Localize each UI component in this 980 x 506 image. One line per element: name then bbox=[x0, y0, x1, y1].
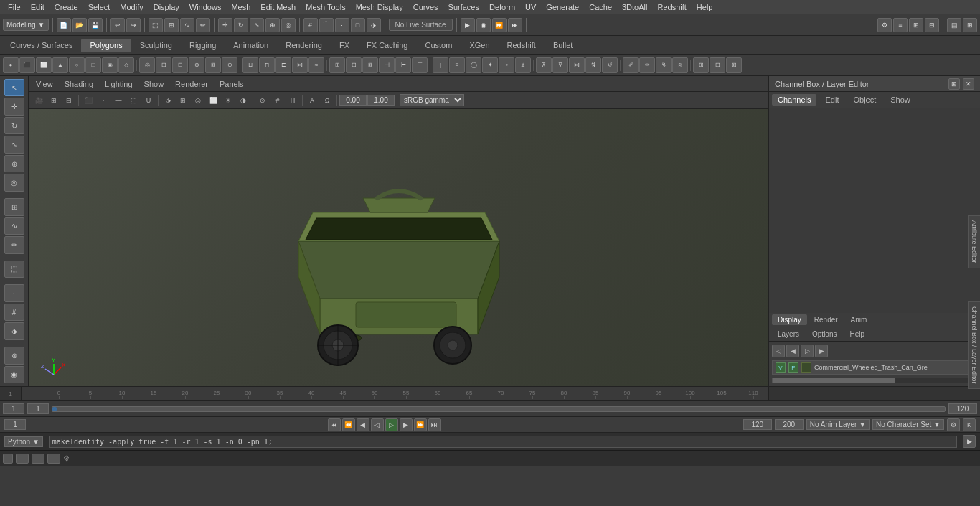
layer-p-btn[interactable]: P bbox=[788, 362, 798, 373]
play-back-btn[interactable]: ◁ bbox=[371, 418, 384, 431]
snap-point-btn[interactable]: · bbox=[4, 284, 24, 301]
win-maximize-btn[interactable] bbox=[32, 454, 44, 464]
window-icon[interactable]: ⊞ bbox=[963, 18, 977, 32]
boolean-icon[interactable]: ⋈ bbox=[292, 57, 308, 73]
separate-icon[interactable]: ⊓ bbox=[259, 57, 275, 73]
menu-surfaces[interactable]: Surfaces bbox=[443, 1, 484, 13]
anim-tab[interactable]: Anim bbox=[845, 314, 873, 325]
win-minimize-btn[interactable] bbox=[16, 454, 29, 464]
torus-icon[interactable]: ○ bbox=[69, 57, 85, 73]
flip-icon[interactable]: ⇅ bbox=[585, 57, 601, 73]
next-frame-btn[interactable]: ▶ bbox=[400, 418, 413, 431]
smooth-mesh-icon[interactable]: ≋ bbox=[672, 57, 688, 73]
python-run-btn[interactable]: ▶ bbox=[963, 435, 976, 448]
live-surface-button[interactable]: No Live Surface bbox=[389, 19, 453, 31]
nurbs-plane-icon[interactable]: ⊠ bbox=[205, 57, 221, 73]
extrude-icon[interactable]: ⊞ bbox=[329, 57, 345, 73]
cylinder-icon[interactable]: ⬜ bbox=[36, 57, 52, 73]
extract-icon[interactable]: ⊏ bbox=[275, 57, 291, 73]
layers-scrollbar[interactable] bbox=[772, 378, 977, 383]
prev-key-btn[interactable]: ⏪ bbox=[342, 418, 355, 431]
scale-tool-btn[interactable]: ⤡ bbox=[4, 136, 24, 153]
render-tab[interactable]: Render bbox=[809, 314, 844, 325]
cam-y-input[interactable] bbox=[367, 95, 395, 106]
playback-start-input[interactable] bbox=[4, 419, 26, 430]
wireframe-btn[interactable]: ⊞ bbox=[176, 94, 190, 107]
menu-generate[interactable]: Generate bbox=[541, 1, 584, 13]
tab-fx-caching[interactable]: FX Caching bbox=[358, 39, 416, 52]
cam-select-btn[interactable]: 🎥 bbox=[32, 94, 46, 107]
attr-editor-icon[interactable]: ⊞ bbox=[909, 18, 923, 32]
tab-rigging[interactable]: Rigging bbox=[181, 39, 225, 52]
gamma-select[interactable]: sRGB gamma bbox=[400, 94, 464, 106]
aa-btn[interactable]: A bbox=[305, 94, 319, 107]
xray-btn[interactable]: ◎ bbox=[191, 94, 205, 107]
mirror-icon[interactable]: ⊣ bbox=[379, 57, 395, 73]
snap-surface-btn[interactable]: ⬗ bbox=[4, 322, 24, 339]
save-file-icon[interactable]: 💾 bbox=[88, 18, 103, 32]
circularize-icon[interactable]: ◯ bbox=[466, 57, 481, 73]
view-btn[interactable]: ◉ bbox=[4, 366, 24, 383]
channel-box-icon[interactable]: ≡ bbox=[893, 18, 908, 32]
attribute-editor-tab[interactable]: Attribute Editor bbox=[968, 215, 980, 268]
select-tool-btn[interactable]: ↖ bbox=[4, 79, 24, 96]
tab-fx[interactable]: FX bbox=[331, 39, 358, 52]
select-mode-vtx[interactable]: · bbox=[96, 94, 110, 107]
panels-menu[interactable]: Panels bbox=[217, 79, 247, 89]
universal-icon[interactable]: ⊕ bbox=[265, 18, 280, 32]
render-icon[interactable]: ▶ bbox=[461, 18, 475, 32]
grid-btn[interactable]: # bbox=[270, 94, 285, 107]
tab-xgen[interactable]: XGen bbox=[461, 39, 498, 52]
batch-render-icon[interactable]: ⏭ bbox=[508, 18, 522, 32]
menu-select[interactable]: Select bbox=[83, 1, 116, 13]
nurbs-disk-icon[interactable]: ⊕ bbox=[222, 57, 237, 73]
layer-next-icon[interactable]: ▷ bbox=[801, 345, 814, 357]
cone-icon[interactable]: ▲ bbox=[52, 57, 68, 73]
deform-icon[interactable]: ⊠ bbox=[726, 57, 742, 73]
anim-key-btn[interactable]: K bbox=[963, 418, 976, 431]
cube-icon[interactable]: ⬛ bbox=[19, 57, 35, 73]
nurbs-cube-icon[interactable]: ⊞ bbox=[156, 57, 171, 73]
relax-icon[interactable]: ↯ bbox=[656, 57, 672, 73]
tab-polygons[interactable]: Polygons bbox=[81, 39, 131, 52]
menu-mesh-tools[interactable]: Mesh Tools bbox=[301, 1, 350, 13]
tool-settings-icon[interactable]: ⊟ bbox=[925, 18, 939, 32]
char-set-dropdown[interactable]: No Character Set ▼ bbox=[872, 419, 944, 430]
channels-tab[interactable]: Channels bbox=[772, 94, 816, 106]
cam-persp-btn[interactable]: ⊟ bbox=[62, 94, 76, 107]
play-fwd-btn[interactable]: ▷ bbox=[385, 418, 398, 431]
tab-sculpting[interactable]: Sculpting bbox=[131, 39, 181, 52]
weld-icon[interactable]: ⋈ bbox=[569, 57, 585, 73]
soft-select-btn[interactable]: ◎ bbox=[4, 174, 24, 191]
lasso-select-btn[interactable]: ∿ bbox=[4, 217, 24, 235]
select-mode-uv[interactable]: U bbox=[141, 94, 156, 107]
display-tab[interactable]: Display bbox=[772, 314, 807, 325]
layer-next-key-icon[interactable]: ▶ bbox=[815, 345, 828, 357]
light-btn[interactable]: ☀ bbox=[221, 94, 235, 107]
help-tab[interactable]: Help bbox=[844, 329, 870, 339]
snap-grid-icon[interactable]: # bbox=[303, 18, 318, 32]
nurbs-cyl-icon[interactable]: ⊟ bbox=[172, 57, 188, 73]
menu-create[interactable]: Create bbox=[50, 1, 83, 13]
poke-icon[interactable]: ✦ bbox=[482, 57, 498, 73]
playback-end-input[interactable] bbox=[743, 419, 772, 430]
menu-mesh-display[interactable]: Mesh Display bbox=[351, 1, 408, 13]
select-mode-edge[interactable]: — bbox=[111, 94, 126, 107]
menu-windows[interactable]: Windows bbox=[184, 1, 227, 13]
edit-tab[interactable]: Edit bbox=[819, 94, 844, 106]
layers-tab[interactable]: Layers bbox=[772, 329, 805, 339]
plane-icon[interactable]: □ bbox=[85, 57, 101, 73]
universal-tool-btn[interactable]: ⊕ bbox=[4, 155, 24, 172]
open-file-icon[interactable]: 📂 bbox=[72, 18, 87, 32]
texture-btn[interactable]: ⬜ bbox=[206, 94, 220, 107]
win-icon-btn[interactable] bbox=[3, 454, 13, 464]
layers-scrollbar-thumb[interactable] bbox=[773, 378, 895, 383]
attach-icon[interactable]: ⊢ bbox=[395, 57, 411, 73]
snap-surface-icon[interactable]: ⬗ bbox=[367, 18, 381, 32]
ipr-icon[interactable]: ◉ bbox=[476, 18, 491, 32]
menu-deform[interactable]: Deform bbox=[484, 1, 520, 13]
region-select-btn[interactable]: ⬚ bbox=[4, 261, 24, 278]
select-mode-icon[interactable]: ⬚ bbox=[149, 18, 163, 32]
layer-v-btn[interactable]: V bbox=[776, 362, 786, 373]
render-seq-icon[interactable]: ⏩ bbox=[492, 18, 507, 32]
